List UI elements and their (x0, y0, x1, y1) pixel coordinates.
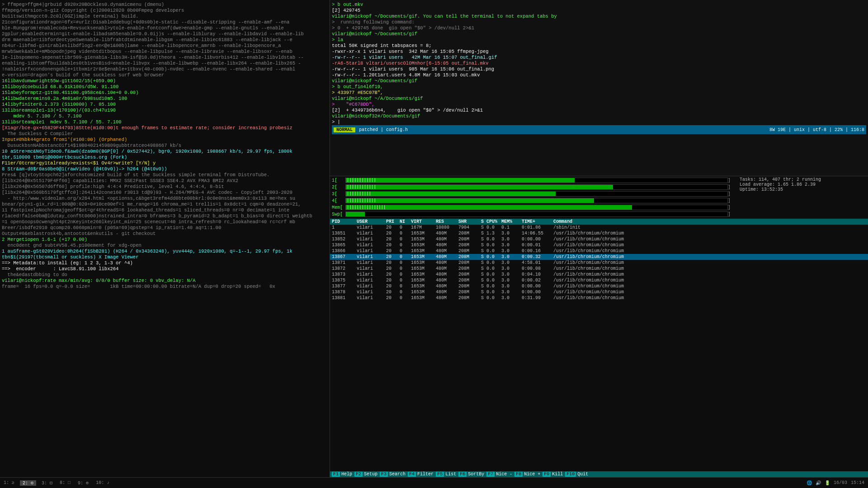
table-row[interactable]: 13871 vilari 20 0 1653M 480M 208M S 0.0 … (330, 260, 868, 266)
terminal-line: vilari@mickopf ~/Documents/gif (332, 78, 866, 84)
terminal-line: > la (332, 37, 866, 43)
terminal-line: Pres& [q]vtoyStopch62]aforchstomized bui… (2, 172, 328, 178)
table-row[interactable]: 13851 vilari 20 0 1653M 480M 208M S 1.3 … (330, 230, 868, 236)
table-row[interactable]: 1 vilari 20 0 167M 10880 7904 S 0.0 0.1 … (330, 225, 868, 230)
htop-stats: Tasks: 114, 407 thr; 2 running Load aver… (731, 177, 866, 218)
terminal-line: - http:/www.videolan.org/x264.html <opti… (2, 196, 328, 202)
vim-flags: patched | config.h (359, 127, 408, 132)
date-display: 16/03 (834, 480, 847, 485)
process-table[interactable]: 1 vilari 20 0 167M 10880 7904 S 0.0 0.1 … (330, 225, 868, 471)
network-icon: 🌐 (807, 480, 812, 486)
process-table-header: PID USER PRI NI VIRT RES SHR S CPU% MEM%… (330, 219, 868, 225)
terminal-line: F11er/0tcrmr>gy1talready>exists<$1 Ov4r>… (2, 160, 328, 166)
col-header-shr: SHR (458, 219, 481, 224)
htop-footer-filter[interactable]: F4Filter (408, 472, 435, 477)
terminal-line: ==> encoder : LavcS8.91.100 libx264 (2, 266, 328, 272)
terminal-line: Output#0&eblastrosk4b,antootot&enkutils … (2, 231, 328, 237)
terminal-line: 14libyfiniter0.2.373 (S110000) 7. 85.100 (2, 102, 328, 108)
cpu-bar-2: 2[ |||||||||||| ] (332, 184, 731, 190)
terminal-line: DusuckbsnNAbbstancOif14$19B04021459B09gu… (2, 143, 328, 149)
htop-load: Load average: 1.65 1.86 2.39 (740, 182, 866, 187)
col-header-ni: NI (400, 219, 411, 224)
terminal-line: [X1agr/bce-gx+65829F44793)8Stte(m1d0:00)… (2, 125, 328, 131)
col-header-cmd: Command (553, 219, 866, 224)
htop-footer: F1HelpF2SetupF3SearchF4FilterF5ListF6Sor… (330, 471, 868, 477)
col-header-user: USER (357, 219, 386, 224)
htop-footer-nice +[interactable]: F8Nice + (514, 472, 542, 477)
col-header-res: RES (436, 219, 458, 224)
cpu-bar-4: 4[ |||||||||||| ] (332, 197, 731, 204)
table-row[interactable]: 13881 vilari 20 0 1653M 480M 208M S 0.0 … (330, 295, 868, 301)
terminal-line: !nable1srfxcondonengoble+1tbxm1r2r8e$ena… (2, 66, 328, 72)
terminal-line: > 433977 #E5C07B", (332, 90, 866, 96)
taskbar-left: 1: ≥ 2: ⊙ 3: ⊡ 8: □ 9: ⊕ 10: ♪ (0, 480, 111, 486)
terminal-line: Input#0%bk44grato from1'(#100:00) (Orpha… (2, 137, 328, 143)
taskbar-item-3[interactable]: 3: ⊡ (40, 480, 54, 486)
terminal-line: 14libwdateremins0.2a.4m01a0r/b98sud10m5.… (2, 96, 328, 102)
terminal-line: 11 fastpixelpNochromajgeoff$ot=gr4thread… (2, 207, 328, 213)
terminal-line: [libx264@0x560b5179fgtffc0]:264i142cone1… (2, 190, 328, 196)
terminal-line: frame= 16 fps=0.0 q=-0.0 size= 1kB time=… (2, 284, 328, 290)
vim-position: 8W 19E | unix | utf-8 | 22% | 116:8 (769, 127, 864, 132)
table-row[interactable]: 13873 vilari 20 0 1653M 480M 208M S 0.0 … (330, 272, 868, 277)
bottom-taskbar: 1: ≥ 2: ⊙ 3: ⊡ 8: □ 9: ⊕ 10: ♪ 🌐 🔊 🔋 16/… (0, 477, 868, 488)
shell-prompt: 1: ≥ (2, 480, 16, 485)
mem-bar-row: Mem[ |||||||||||||||| ] (332, 204, 731, 211)
taskbar-item-8[interactable]: 8: □ (58, 480, 72, 485)
terminal-line: > b out.mkv (332, 2, 866, 8)
terminal-line: bu11tswithmgcct0.2c0l(GGZ)imple terminal… (2, 14, 328, 19)
htop-area[interactable]: 1[ |||||||||||| ] 2[ |||||||||||| ] 3[ |… (330, 176, 868, 477)
right-terminal-content: > b out.mkv[2] 429745vilari@mickopf ~/Do… (332, 2, 866, 125)
terminal-line: 15liboydcoebuild 68.8.91k100s/d5W. 91.10… (2, 84, 328, 90)
htop-footer-sortby[interactable]: F6SortBy (458, 472, 486, 477)
htop-footer-search[interactable]: F3Search (380, 472, 407, 477)
terminal-line: The Suckless C Compiler (2, 131, 328, 137)
taskbar-item-9[interactable]: 9: ⊕ (76, 480, 90, 486)
htop-footer-setup[interactable]: F2Setup (354, 472, 379, 477)
htop-footer-quit[interactable]: F10Quit (565, 472, 590, 477)
htop-footer-list[interactable]: F5List (436, 472, 458, 477)
terminal-line: vilari@mickopf ~/Documents/gif (332, 31, 866, 37)
terminal-line: drm maenable=1ibfordeotypeSwenable-libfr… (2, 37, 328, 43)
terminal-line: 1 auSframe-gSt020Video:0h264(f1SbB281) (… (2, 249, 328, 254)
col-header-virt: VIRT (411, 219, 436, 224)
terminal-line: enc0dent gnd subt#V58.45.p100ement for x… (2, 243, 328, 249)
terminal-line: > "#C678DD", (332, 102, 866, 108)
terminal-line: total 50K signed int tabspaces = 8; (332, 43, 866, 49)
table-row[interactable]: 13865 vilari 20 0 1653M 480M 208M S 0.0 … (330, 242, 868, 248)
volume-icon: 🔊 (816, 480, 821, 486)
table-row[interactable]: 13878 vilari 20 0 1653M 480M 208M S 0.0 … (330, 289, 868, 295)
table-row[interactable]: 13867 vilari 20 0 1653M 480M 208M S 0.0 … (330, 254, 868, 260)
systray-area: 🌐 🔊 🔋 16/03 15:14 (807, 480, 868, 486)
table-row[interactable]: 13875 vilari 20 0 1653M 480M 208M S 0.0 … (330, 277, 868, 283)
htop-footer-kill[interactable]: F9Kill (542, 472, 564, 477)
right-top-terminal[interactable]: > b out.mkv[2] 429745vilari@mickopf ~/Do… (330, 0, 868, 176)
terminal-line: > running following command: (332, 19, 866, 25)
terminal-line: rlaced!false0bm@ldutay_conf5t0000)nstrai… (2, 213, 328, 219)
battery-icon: 🔋 (825, 480, 830, 486)
terminal-line: 2gplur;enabledtermin=git-enable-libadsm5… (2, 31, 328, 37)
vim-mode-indicator: NORMAL (334, 127, 355, 132)
table-row[interactable]: 13872 vilari 20 0 1653M 480M 208M S 0.0 … (330, 266, 868, 272)
col-header-pri: PRI (386, 219, 400, 224)
time-display: 15:14 (851, 480, 864, 485)
right-pane: > b out.mkv[2] 429745vilari@mickopf ~/Do… (330, 0, 868, 477)
taskbar-active-item[interactable]: 2: ⊙ (20, 480, 36, 486)
htop-footer-help[interactable]: F1Help (332, 472, 354, 477)
terminal-line: > ffmpeg>ffgm4|grbu1d d920x20BOckles0.dy… (2, 2, 328, 8)
cpu-bar-3: 3[ |||||||||| ] (332, 191, 731, 197)
vim-statusline: NORMAL patched | config.h 8W 19E | unix … (332, 125, 866, 134)
taskbar-item-10[interactable]: 10: ♪ (94, 480, 111, 485)
terminal-line: 10 aStre>mc&N6yTideo0.f&aw0(dza0m0(BGP[0… (2, 149, 328, 155)
main-area: > ffmpeg>ffgm4|grbu1d d920x20BOckles0.dy… (0, 0, 868, 477)
terminal-line: -rw-r--r-- 1 vilari users 985 Mar 16 15:… (332, 66, 866, 72)
left-terminal-pane[interactable]: > ffmpeg>ffgm4|grbu1d d920x20BOckles0.dy… (0, 0, 330, 477)
table-row[interactable]: 13866 vilari 20 0 1653M 480M 208M S 0.0 … (330, 248, 868, 254)
htop-footer-nice -[interactable]: F7Nice - (486, 472, 514, 477)
swp-bar-row: Swp[ ] (332, 211, 731, 217)
table-row[interactable]: 13877 vilari 20 0 1653M 480M 208M S 0.0 … (330, 283, 868, 289)
terminal-line: -rw-r--r-- 1.20t1art.users 4.8M Mar 16 1… (332, 72, 866, 78)
terminal-line: vilari@mickopf ~/Documents/gif. You can … (332, 14, 866, 19)
table-row[interactable]: 13852 vilari 20 0 1653M 480M 208M S 0.0 … (330, 236, 868, 242)
terminal-line: ble-Runggrom!enablecoda+Revsucksenabl>yt… (2, 25, 328, 31)
